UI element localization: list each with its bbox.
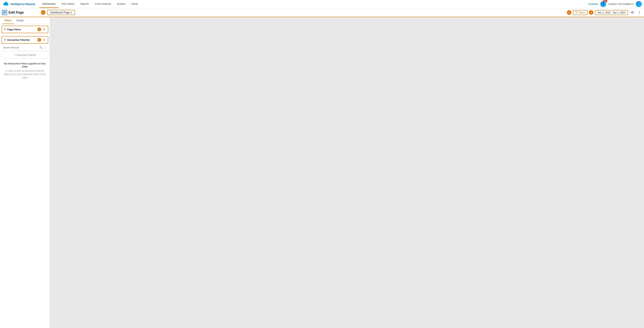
feedback-button[interactable]: Feedback [588, 3, 598, 6]
main-layout: Filters Design Page Filters 4 ⇅ [0, 17, 644, 328]
salesforce-logo-icon [2, 2, 9, 7]
filters-button[interactable]: Filters [573, 10, 588, 15]
filter-icon [575, 11, 578, 14]
page-filters-controls: ⇅ [42, 28, 46, 31]
search-icon: 🔍 [40, 46, 42, 49]
top-navigation: Intelligence Reports Dashboards Pivot Ta… [0, 0, 644, 8]
svg-rect-0 [3, 11, 4, 12]
interactive-filterset-title: Interactive FilterSet [7, 38, 36, 41]
svg-rect-3 [5, 13, 6, 13]
search-more-options[interactable]: ⋮ [44, 46, 47, 49]
svg-rect-1 [5, 11, 6, 12]
step-badge-2: 2 [567, 10, 572, 15]
close-filterset-button[interactable]: ✕ [42, 38, 46, 42]
eye-icon-button[interactable] [630, 10, 635, 15]
page-filters-header: Page Filters 4 ⇅ [2, 26, 48, 33]
app-logo-text: Intelligence Reports [10, 2, 35, 6]
empty-state-description: In order to save an Interactive FilterSe… [3, 69, 47, 79]
empty-state-area: No Interactive Filters applied on this p… [0, 60, 50, 82]
logo-area: Intelligence Reports [2, 2, 36, 7]
plus-icon: + [14, 54, 16, 57]
tab-design[interactable]: Design [14, 17, 26, 24]
svg-point-4 [632, 12, 633, 13]
nav-tab-pivot-tables[interactable]: Pivot Tables [58, 0, 78, 8]
search-filterset-input[interactable] [3, 46, 38, 49]
step-badge-3: 3 [589, 10, 593, 15]
empty-state-title: No Interactive Filters applied on this p… [3, 62, 47, 68]
tab-filters[interactable]: Filters [2, 17, 14, 24]
eye-icon [630, 11, 634, 14]
nav-right-area: Feedback 👤 99+ Northern Trail Outfitters… [588, 1, 642, 7]
main-nav-tabs: Dashboards Pivot Tables Reports Cross-Ch… [40, 0, 588, 8]
user-avatar-icon: 👤 [602, 2, 605, 6]
org-name-dropdown[interactable]: Northern Trail Outfitters ▾ [608, 3, 634, 6]
interactive-filterset-controls: ✕ [42, 38, 46, 42]
sidebar-tab-bar: Filters Design [0, 17, 50, 24]
user-avatar-button[interactable] [636, 1, 642, 7]
dashboard-page-tab[interactable]: Dashboard Page 1 [47, 10, 75, 15]
interactive-filterset-icon [4, 39, 6, 41]
date-range-button[interactable]: Dec 1, 2022 - Jan 1, 2023 [595, 10, 628, 15]
step-badge-4: 4 [38, 28, 41, 31]
updown-icon-button[interactable]: ⇅ [42, 28, 46, 31]
page-filters-icon [4, 28, 6, 31]
nav-tab-queries[interactable]: Queries [114, 0, 128, 8]
edit-page-title: Edit Page [8, 10, 24, 14]
page-filters-title: Page Filters [7, 28, 36, 31]
dashboard-content-area [50, 17, 644, 328]
search-filterset-row: 🔍 ⋮ [2, 45, 48, 50]
edit-page-icon [2, 10, 7, 15]
edit-page-area: Edit Page [2, 10, 39, 15]
step-badge-5: 5 [38, 38, 41, 42]
page-filters-section: Page Filters 4 ⇅ [2, 26, 48, 33]
notification-badge: 99+ [603, 0, 607, 2]
edit-page-bar: Edit Page 1 Dashboard Page 1 2 Filters 3… [0, 8, 644, 17]
second-bar-right: 2 Filters 3 Dec 1, 2022 - Jan 1, 2023 ⋮ [567, 10, 642, 15]
interactive-filterset-header: Interactive FilterSet 5 ✕ [2, 36, 48, 43]
interactive-filterset-section: Interactive FilterSet 5 ✕ [2, 36, 48, 44]
svg-rect-2 [3, 13, 4, 14]
step-badge-1: 1 [41, 10, 46, 15]
more-options-button[interactable]: ⋮ [636, 10, 642, 15]
dashboard-grid-icon [3, 11, 6, 14]
add-filterset-button[interactable]: + Interactive FilterSet [2, 52, 48, 58]
nav-tab-reports[interactable]: Reports [78, 0, 92, 8]
nav-tab-setup[interactable]: Setup [128, 0, 141, 8]
nav-tab-cross-channel[interactable]: Cross-Channel [92, 0, 114, 8]
notification-button[interactable]: 👤 99+ [600, 1, 606, 7]
nav-tab-dashboards[interactable]: Dashboards [40, 0, 58, 8]
left-sidebar: Filters Design Page Filters 4 ⇅ [0, 17, 50, 328]
chevron-down-icon: ▾ [632, 3, 634, 6]
